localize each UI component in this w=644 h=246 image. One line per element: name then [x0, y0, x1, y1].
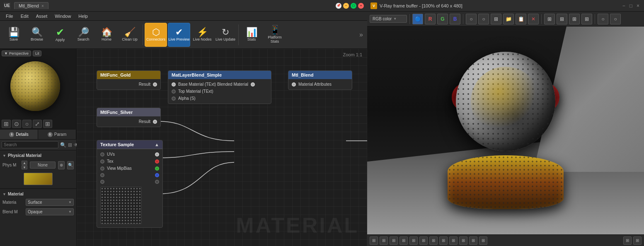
tab-params[interactable]: ℹ Param — [38, 130, 76, 139]
close-button[interactable]: × — [358, 3, 364, 9]
vray-btn-circ3[interactable]: ○ — [598, 14, 608, 24]
mtlblend-attr-connector[interactable] — [292, 82, 296, 87]
menu-window[interactable]: Window — [51, 13, 74, 19]
node-mtl-func-silver[interactable]: MtlFunc_Silver Result — [97, 108, 161, 127]
menu-asset[interactable]: Asset — [33, 13, 51, 19]
tab-details[interactable]: ℹ Details — [0, 130, 38, 139]
node-mtl-blend[interactable]: Mtl_Blend Material Attributes — [288, 70, 352, 90]
color-swatch[interactable] — [24, 173, 53, 185]
search-input[interactable] — [2, 141, 58, 148]
texture-tex-out[interactable] — [155, 159, 159, 164]
vp-ctrl-3[interactable]: ○ — [22, 120, 31, 128]
viewport-lit-button[interactable]: Lit — [33, 51, 42, 56]
vray-bottom-btn-12[interactable]: ⊞ — [479, 236, 487, 245]
gold-result-connector[interactable] — [153, 82, 157, 87]
texture-mipbias-in[interactable] — [100, 166, 104, 171]
menu-edit[interactable]: Edit — [17, 13, 32, 19]
texture-mipbias-out[interactable] — [155, 166, 159, 171]
vray-maximize-button[interactable]: □ — [628, 3, 634, 9]
vray-bottom-btn-right-2[interactable]: ⊞ — [633, 236, 642, 245]
vray-btn-circ4[interactable]: ○ — [610, 14, 621, 24]
silver-result-connector[interactable] — [153, 120, 157, 124]
phys-browse-button[interactable]: ⊕ — [58, 161, 65, 169]
connectors-button[interactable]: ⬡ Connectors — [145, 23, 167, 47]
vray-bottom-btn-1[interactable]: ⊞ — [370, 236, 378, 245]
texture-uvs-in[interactable] — [100, 152, 104, 157]
vp-ctrl-4[interactable]: ⤢ — [33, 120, 42, 128]
vray-btn-clipboard[interactable]: 📋 — [516, 14, 526, 24]
apply-button[interactable]: ✔ Apply — [49, 23, 71, 47]
vray-bottom-btn-2[interactable]: ⊞ — [380, 236, 388, 245]
blend-alpha-connector[interactable] — [172, 96, 176, 101]
pin-button[interactable]: 📌 — [336, 3, 341, 9]
vray-btn-tool4[interactable]: ⊞ — [581, 14, 592, 24]
vray-bottom-btn-11[interactable]: ⊞ — [469, 236, 477, 245]
node-texture-sample[interactable]: Texture Sample ▲ UVs Tex — [97, 140, 163, 228]
texture-expand-icon[interactable]: ▲ — [155, 142, 159, 147]
stats-button[interactable]: 📊 Stats — [240, 23, 263, 47]
vray-btn-folder[interactable]: 📁 — [503, 14, 514, 24]
vray-btn-tool3[interactable]: ⊞ — [569, 14, 580, 24]
vray-btn-r[interactable]: R — [425, 14, 436, 24]
texture-tex-in[interactable] — [100, 159, 104, 164]
live-nodes-button[interactable]: ⚡ Live Nodes — [191, 23, 213, 47]
vray-btn-grid[interactable]: ⊞ — [491, 14, 501, 24]
opaque-dropdown[interactable]: Opaque ▼ — [26, 208, 74, 215]
vray-bottom-btn-7[interactable]: ⊞ — [429, 236, 438, 245]
grid-view-icon[interactable]: ⊞ — [68, 142, 72, 148]
vp-ctrl-2[interactable]: ⊙ — [12, 120, 21, 128]
vray-bottom-btn-9[interactable]: ⊞ — [449, 236, 458, 245]
vray-bottom-btn-3[interactable]: ⊞ — [390, 236, 398, 245]
vray-btn-tool2[interactable]: ⊞ — [557, 14, 567, 24]
search-button[interactable]: 🔎 Search — [72, 23, 94, 47]
vray-bottom-btn-8[interactable]: ⊞ — [439, 236, 448, 245]
texture-out5[interactable] — [155, 180, 159, 184]
vray-btn-circle1[interactable]: ○ — [466, 14, 477, 24]
platform-stats-button[interactable]: 📱 Platform Stats — [264, 23, 286, 47]
node-matlayerblend[interactable]: MatLayerBlend_Simple Base Material (TExt… — [168, 70, 271, 104]
texture-out4[interactable] — [155, 173, 159, 177]
home-button[interactable]: 🏠 Home — [95, 23, 118, 47]
rgb-color-dropdown[interactable]: RGB color ▼ — [370, 15, 407, 23]
vray-bottom-btn-4[interactable]: ⊞ — [399, 236, 408, 245]
blend-top-connector[interactable] — [172, 89, 176, 94]
tab-mtl-blend[interactable]: Mtl_Blend × — [14, 2, 48, 9]
vray-bottom-btn-6[interactable]: ⊞ — [419, 236, 428, 245]
live-update-button[interactable]: ↻ Live Update — [214, 23, 237, 47]
maximize-button[interactable]: □ — [351, 3, 356, 9]
surface-dropdown[interactable]: Surface ▼ — [26, 199, 74, 206]
phys-search-button[interactable]: 🔍 — [67, 161, 74, 169]
physical-material-header[interactable]: ▼ Physical Material — [2, 152, 74, 159]
browse-button[interactable]: 🔍 Browse — [26, 23, 48, 47]
texture-uvs-out[interactable] — [155, 152, 159, 157]
cleanup-button[interactable]: 🧹 Clean Up — [119, 23, 141, 47]
search-icon[interactable]: 🔍 — [60, 142, 66, 148]
texture-in4[interactable] — [100, 173, 104, 177]
node-mtl-func-gold[interactable]: MtlFunc_Gold Result — [97, 70, 161, 90]
node-editor[interactable]: Zoom 1:1 MtlFunc_Gold Result — [77, 49, 367, 246]
vray-minimize-button[interactable]: − — [621, 3, 627, 9]
blend-base-out-connector[interactable] — [251, 82, 255, 87]
vray-btn-g[interactable]: G — [437, 14, 448, 24]
phys-up-button[interactable]: ▲ — [22, 161, 27, 165]
texture-in5[interactable] — [100, 180, 104, 184]
vp-ctrl-1[interactable]: ⊞ — [2, 120, 11, 128]
vray-btn-b[interactable]: B — [450, 14, 460, 24]
vp-ctrl-5[interactable]: ⊞ — [43, 120, 52, 128]
material-header[interactable]: ▼ Material — [2, 191, 74, 198]
menu-file[interactable]: File — [2, 13, 17, 19]
vray-bottom-btn-5[interactable]: ⊞ — [409, 236, 418, 245]
live-preview-button[interactable]: ✔ Live Preview — [168, 23, 190, 47]
toolbar-expand-button[interactable]: » — [358, 29, 365, 40]
viewport-perspective-button[interactable]: ▼ Perspective — [2, 51, 31, 56]
vray-btn-tool1[interactable]: ⊞ — [544, 14, 555, 24]
blend-base-in-connector[interactable] — [172, 82, 176, 87]
vray-bottom-btn-right-1[interactable]: ⊞ — [623, 236, 632, 245]
menu-help[interactable]: Help — [75, 13, 91, 19]
vray-btn-circle2[interactable]: ○ — [478, 14, 489, 24]
vray-btn-color[interactable]: 🔵 — [412, 14, 423, 24]
save-button[interactable]: 💾 Save — [2, 23, 25, 47]
minimize-button[interactable]: − — [343, 3, 349, 9]
vray-close-button[interactable]: × — [635, 3, 641, 9]
phys-down-button[interactable]: ▼ — [22, 165, 27, 169]
